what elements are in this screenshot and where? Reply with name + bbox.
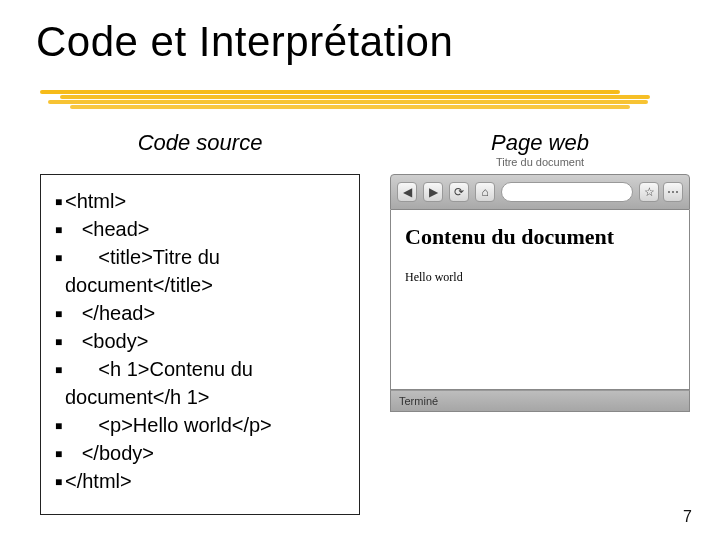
code-text: <html> <box>65 188 126 215</box>
bullet-icon: ■ <box>55 412 65 434</box>
code-line: ■ </head> <box>55 300 345 327</box>
home-button[interactable]: ⌂ <box>475 182 495 202</box>
code-line: ■ <title>Titre du <box>55 244 345 271</box>
bullet-icon: ■ <box>55 468 65 490</box>
window-title: Titre du document <box>496 156 584 168</box>
forward-button[interactable]: ▶ <box>423 182 443 202</box>
bullet-icon: ■ <box>55 440 65 462</box>
code-line: ■</html> <box>55 468 345 495</box>
menu-button[interactable]: ⋯ <box>663 182 683 202</box>
back-button[interactable]: ◀ <box>397 182 417 202</box>
code-text: </body> <box>82 440 154 467</box>
code-text: </head> <box>82 300 155 327</box>
status-text: Terminé <box>399 395 438 407</box>
code-text: <h 1>Contenu du <box>98 356 253 383</box>
code-line: ■<html> <box>55 188 345 215</box>
web-page-heading: Page web <box>390 130 690 156</box>
code-text: document</title> <box>65 272 213 299</box>
bullet-icon: ■ <box>55 328 65 350</box>
code-line: document</title> <box>55 272 345 299</box>
code-line: ■ <body> <box>55 328 345 355</box>
code-text: </html> <box>65 468 132 495</box>
bullet-icon: ■ <box>55 216 65 238</box>
code-text: <title>Titre du <box>98 244 220 271</box>
bullet-icon: ■ <box>55 300 65 322</box>
code-text: document</h 1> <box>65 384 210 411</box>
code-listing: ■<html>■ <head>■ <title>Titre dudocument… <box>40 174 360 515</box>
slide-number: 7 <box>683 508 692 526</box>
browser-toolbar: ◀ ▶ ⟳ ⌂ ☆ ⋯ <box>390 174 690 210</box>
source-code-heading: Code source <box>40 130 360 156</box>
slide-title: Code et Interprétation <box>0 0 720 66</box>
code-text: <body> <box>82 328 149 355</box>
status-bar: Terminé <box>390 390 690 412</box>
reload-button[interactable]: ⟳ <box>449 182 469 202</box>
bullet-icon <box>55 272 65 278</box>
code-line: ■ <h 1>Contenu du <box>55 356 345 383</box>
code-text: <head> <box>82 216 150 243</box>
bullet-icon: ■ <box>55 244 65 266</box>
code-line: ■ <head> <box>55 216 345 243</box>
url-field[interactable] <box>501 182 633 202</box>
bullet-icon <box>55 384 65 390</box>
code-line: ■ </body> <box>55 440 345 467</box>
source-code-column: Code source ■<html>■ <head>■ <title>Titr… <box>40 130 360 515</box>
browser-mock: Titre du document ◀ ▶ ⟳ ⌂ ☆ ⋯ Contenu du… <box>390 174 690 412</box>
rendered-h1: Contenu du document <box>405 224 675 250</box>
bullet-icon: ■ <box>55 188 65 210</box>
rendered-paragraph: Hello world <box>405 270 675 285</box>
code-line: document</h 1> <box>55 384 345 411</box>
bullet-icon: ■ <box>55 356 65 378</box>
bookmark-button[interactable]: ☆ <box>639 182 659 202</box>
rendered-page: Contenu du document Hello world <box>390 210 690 390</box>
web-page-column: Page web Titre du document ◀ ▶ ⟳ ⌂ ☆ ⋯ C… <box>390 130 690 515</box>
code-text: <p>Hello world</p> <box>98 412 271 439</box>
title-underline <box>40 88 660 118</box>
code-line: ■ <p>Hello world</p> <box>55 412 345 439</box>
